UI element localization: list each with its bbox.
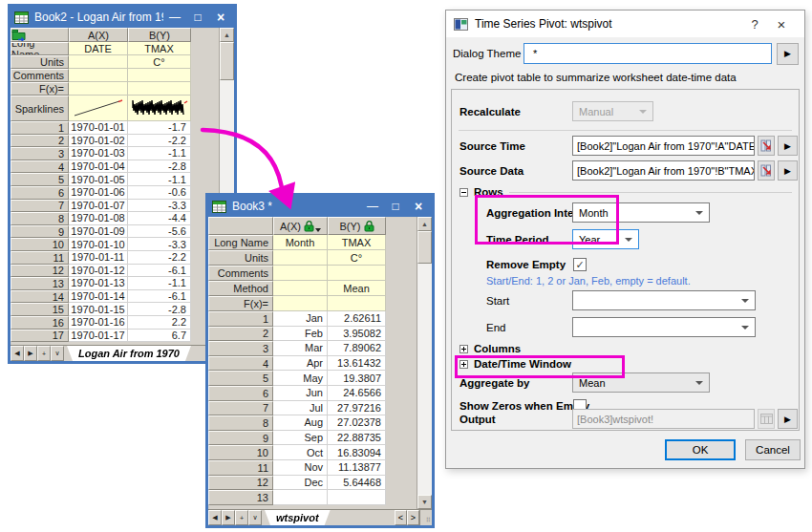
data-cell[interactable]: Jul [273,401,328,416]
label-cell[interactable] [273,296,328,311]
column-header-a[interactable]: A(X) [69,28,128,42]
dialog-theme-input[interactable]: * [524,43,772,64]
hscroll-left-button[interactable]: < [395,510,407,525]
minimize-button[interactable]: — [361,197,384,216]
collapse-rows-icon[interactable] [459,188,468,197]
data-cell[interactable]: 1970-01-02 [69,135,128,148]
row-number[interactable]: 14 [11,290,69,304]
data-cell[interactable]: -3.3 [128,200,191,213]
aggregation-interval-combo[interactable]: Month [572,202,710,223]
scroll-up-icon[interactable]: ▲ [220,28,234,42]
scroll-down-icon[interactable]: ▼ [417,495,432,509]
row-number[interactable]: 1 [11,121,69,135]
end-combo[interactable] [572,317,756,337]
row-number[interactable]: 11 [11,251,69,265]
aggregate-by-combo[interactable]: Mean [572,372,710,393]
label-cell[interactable] [273,281,328,296]
row-number[interactable]: 3 [11,147,69,160]
row-label[interactable]: Units [11,55,69,69]
start-combo[interactable] [572,290,756,310]
column-header-b[interactable]: B(Y) [128,28,191,42]
label-cell[interactable]: C° [328,250,386,266]
row-label[interactable]: F(x)= [11,82,69,96]
data-cell[interactable]: 19.3807 [328,371,386,386]
row-number[interactable]: 6 [208,386,273,401]
row-label[interactable]: Long Name [11,42,69,55]
label-cell[interactable]: TMAX [328,235,386,250]
label-cell[interactable]: Mean [328,281,386,296]
row-number[interactable]: 16 [11,316,69,330]
data-cell[interactable]: 1970-01-04 [69,160,128,174]
row-number[interactable]: 5 [11,173,69,186]
data-cell[interactable]: Jan [273,311,328,327]
data-cell[interactable]: 1970-01-11 [69,251,128,265]
close-button[interactable]: × [209,8,232,27]
cancel-button[interactable]: Cancel [745,439,801,460]
output-input[interactable]: [Book3]wtspivot! [572,409,755,429]
data-cell[interactable]: 27.97216 [328,401,386,416]
sheet-tab-wtspivot[interactable]: wtspivot [265,510,331,525]
label-cell[interactable]: TMAX [128,42,191,55]
data-cell[interactable]: -1.1 [128,173,191,186]
label-cell[interactable] [69,55,128,69]
data-cell[interactable]: -1.1 [128,147,191,160]
row-number[interactable]: 8 [11,212,69,225]
label-cell[interactable] [69,69,128,82]
data-cell[interactable]: -4.4 [128,212,191,225]
column-header-b[interactable]: B(Y) [328,217,386,235]
data-cell[interactable]: 5.64468 [328,476,386,491]
sheet-corner-cell[interactable] [208,217,273,235]
output-flyout-button[interactable]: ▶ [778,409,798,429]
ok-button[interactable]: OK [665,439,736,460]
book3-vertical-scrollbar[interactable]: ▲ ▼ [417,217,432,509]
data-cell[interactable]: 1970-01-01 [69,121,128,135]
row-number[interactable]: 6 [11,186,69,200]
source-data-input[interactable]: [Book2]"Logan Air from 1970"!B"TMAX" [572,160,755,181]
row-label[interactable]: F(x)= [208,296,273,311]
row-number[interactable]: 9 [208,431,273,446]
row-number[interactable]: 3 [208,341,273,356]
sheet-tab-logan-air[interactable]: Logan Air from 1970 [67,346,191,361]
row-label[interactable]: Units [208,250,273,266]
row-number[interactable]: 10 [11,238,69,251]
data-cell[interactable]: 1970-01-08 [69,212,128,225]
data-cell[interactable]: 1970-01-14 [69,290,128,304]
tab-list-button[interactable]: ∨ [248,510,262,525]
data-cell[interactable]: 2.62611 [328,311,386,327]
data-cell[interactable]: 22.88735 [328,431,386,446]
data-cell[interactable]: 1970-01-05 [69,173,128,186]
data-cell[interactable]: Feb [273,327,328,342]
row-number[interactable]: 7 [208,401,273,416]
column-header-a[interactable]: A(X) [273,217,328,235]
row-label[interactable]: Sparklines [11,96,69,121]
data-cell[interactable]: 1970-01-13 [69,277,128,290]
dialog-titlebar[interactable]: Time Series Pivot: wtspivot ? × [446,11,804,37]
time-period-combo[interactable]: Year [572,229,639,249]
source-time-flyout-button[interactable]: ▶ [778,136,798,156]
data-cell[interactable]: Jun [273,386,328,401]
help-button[interactable]: ? [741,17,768,32]
scrollbar-thumb[interactable] [220,42,234,80]
data-cell[interactable]: -3.3 [128,238,191,251]
row-number[interactable]: 1 [208,311,273,327]
label-cell[interactable] [328,266,386,281]
data-cell[interactable]: Dec [273,476,328,491]
row-number[interactable]: 9 [11,225,69,239]
label-cell[interactable] [128,96,191,121]
book2-titlebar[interactable]: Book2 - Logan Air from 197... — □ × [11,7,234,28]
recalculate-combo[interactable]: Manual [572,101,653,121]
data-cell[interactable]: May [273,371,328,386]
data-cell[interactable]: 13.61432 [328,356,386,372]
data-cell[interactable]: Nov [273,460,328,476]
tab-next-button[interactable]: ▶ [222,510,235,525]
tab-first-button[interactable]: ◀ [11,346,24,361]
data-cell[interactable]: Aug [273,415,328,431]
data-cell[interactable]: Sep [273,431,328,446]
minimize-button[interactable]: — [163,8,186,27]
data-cell[interactable]: 7.89062 [328,341,386,356]
row-number[interactable]: 12 [11,265,69,278]
label-cell[interactable] [273,266,328,281]
source-time-column-browser-button[interactable] [758,136,775,156]
data-cell[interactable]: 1970-01-16 [69,316,128,330]
data-cell[interactable]: -1.1 [128,277,191,290]
